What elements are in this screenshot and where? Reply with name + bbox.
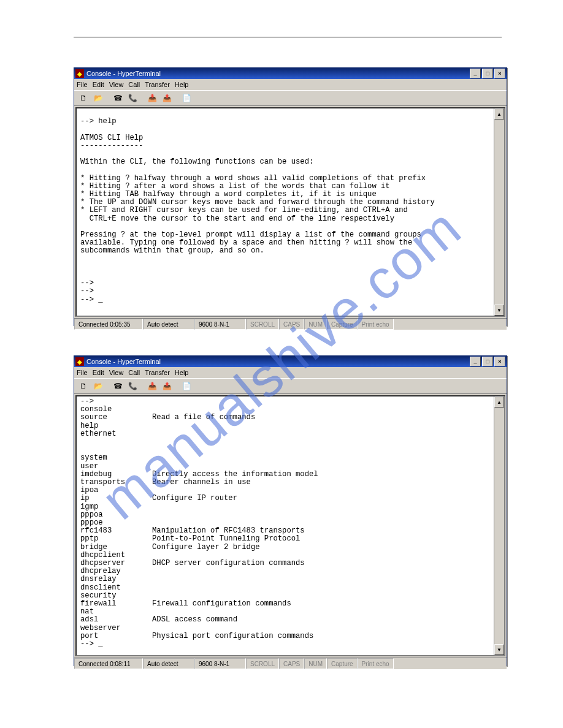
status-connected: Connected 0:05:35 (74, 319, 143, 330)
status-baud: 9600 8-N-1 (194, 319, 246, 330)
toolbar: 🗋 📂 ☎ 📞 📥 📤 📄 (74, 90, 507, 106)
open-icon[interactable]: 📂 (91, 379, 105, 393)
terminal-area[interactable]: --> console source Read a file of comman… (75, 395, 505, 656)
hyperterminal-window-2: ◆ Console - HyperTerminal _ □ × File Edi… (74, 355, 507, 666)
connect-icon[interactable]: ☎ (111, 379, 124, 393)
terminal-output: --> console source Read a file of comman… (77, 396, 504, 650)
new-icon[interactable]: 🗋 (77, 91, 90, 105)
disconnect-icon[interactable]: 📞 (126, 379, 139, 393)
send-icon[interactable]: 📥 (145, 379, 159, 393)
scrollbar[interactable]: ▲ ▼ (494, 396, 504, 655)
status-baud: 9600 8-N-1 (194, 658, 246, 669)
status-capture: Capture (327, 319, 358, 330)
scroll-up-icon[interactable]: ▲ (494, 108, 504, 119)
menu-view[interactable]: View (109, 369, 124, 376)
scroll-down-icon[interactable]: ▼ (494, 644, 504, 655)
scroll-down-icon[interactable]: ▼ (494, 305, 504, 316)
disconnect-icon[interactable]: 📞 (126, 91, 139, 105)
app-icon: ◆ (75, 69, 84, 78)
status-autodetect: Auto detect (143, 319, 194, 330)
status-autodetect: Auto detect (143, 658, 194, 669)
receive-icon[interactable]: 📤 (160, 379, 174, 393)
close-button[interactable]: × (494, 69, 505, 78)
status-num: NUM (304, 658, 327, 669)
menubar: File Edit View Call Transfer Help (74, 79, 507, 90)
receive-icon[interactable]: 📤 (160, 91, 174, 105)
menu-transfer[interactable]: Transfer (145, 369, 170, 376)
minimize-button[interactable]: _ (470, 69, 481, 78)
open-icon[interactable]: 📂 (91, 91, 105, 105)
titlebar[interactable]: ◆ Console - HyperTerminal _ □ × (74, 68, 507, 79)
properties-icon[interactable]: 📄 (180, 91, 193, 105)
page-rule (74, 37, 502, 37)
app-icon: ◆ (75, 357, 84, 366)
statusbar: Connected 0:08:11 Auto detect 9600 8-N-1… (74, 658, 507, 669)
menubar: File Edit View Call Transfer Help (74, 367, 507, 378)
menu-file[interactable]: File (77, 81, 88, 88)
window-title: Console - HyperTerminal (86, 70, 161, 77)
menu-call[interactable]: Call (128, 369, 140, 376)
hyperterminal-window-1: ◆ Console - HyperTerminal _ □ × File Edi… (74, 67, 507, 326)
terminal-area[interactable]: --> help ATMOS CLI Help -------------- W… (75, 107, 505, 317)
status-printecho: Print echo (358, 319, 394, 330)
statusbar: Connected 0:05:35 Auto detect 9600 8-N-1… (74, 318, 507, 330)
status-printecho: Print echo (358, 658, 394, 669)
scrollbar[interactable]: ▲ ▼ (494, 108, 504, 316)
status-num: NUM (304, 319, 327, 330)
status-caps: CAPS (279, 319, 304, 330)
send-icon[interactable]: 📥 (145, 91, 159, 105)
scroll-up-icon[interactable]: ▲ (494, 396, 504, 408)
maximize-button[interactable]: □ (482, 357, 493, 366)
menu-file[interactable]: File (77, 369, 88, 376)
status-caps: CAPS (279, 658, 304, 669)
status-scroll: SCROLL (246, 658, 279, 669)
menu-edit[interactable]: Edit (93, 81, 104, 88)
menu-call[interactable]: Call (128, 81, 140, 88)
connect-icon[interactable]: ☎ (111, 91, 124, 105)
toolbar: 🗋 📂 ☎ 📞 📥 📤 📄 (74, 378, 507, 394)
status-capture: Capture (327, 658, 358, 669)
menu-view[interactable]: View (109, 81, 124, 88)
status-connected: Connected 0:08:11 (74, 658, 143, 669)
minimize-button[interactable]: _ (470, 357, 481, 366)
new-icon[interactable]: 🗋 (77, 379, 90, 393)
window-title: Console - HyperTerminal (86, 358, 161, 365)
titlebar[interactable]: ◆ Console - HyperTerminal _ □ × (74, 356, 507, 367)
properties-icon[interactable]: 📄 (180, 379, 193, 393)
menu-help[interactable]: Help (175, 369, 189, 376)
menu-edit[interactable]: Edit (93, 369, 104, 376)
close-button[interactable]: × (494, 357, 505, 366)
menu-help[interactable]: Help (175, 81, 189, 88)
terminal-output: --> help ATMOS CLI Help -------------- W… (77, 108, 504, 305)
status-scroll: SCROLL (246, 319, 279, 330)
menu-transfer[interactable]: Transfer (145, 81, 170, 88)
maximize-button[interactable]: □ (482, 69, 493, 78)
